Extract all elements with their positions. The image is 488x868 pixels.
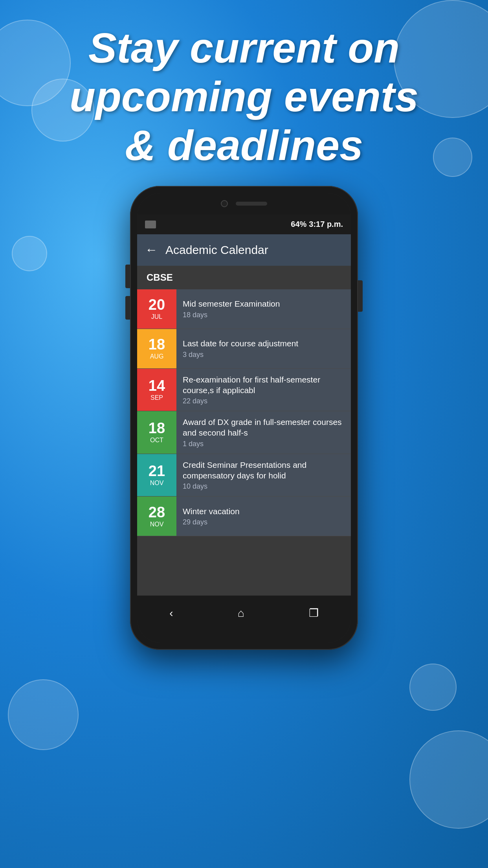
date-month: JUL	[151, 313, 162, 320]
phone-top-bar	[137, 193, 351, 215]
phone-device: 64% 3:17 p.m. ← Academic Calendar CBSE 2…	[130, 186, 358, 650]
back-button[interactable]: ←	[145, 243, 158, 257]
date-day: 18	[149, 421, 165, 436]
status-left-icons	[145, 221, 158, 228]
bubble-decoration	[409, 664, 457, 711]
item-title: Last date for course adjustment	[183, 338, 345, 349]
date-day: 20	[149, 297, 165, 312]
item-days: 1 days	[183, 440, 345, 448]
header-title: Stay current on upcoming events & deadli…	[70, 24, 418, 170]
phone-speaker	[236, 202, 267, 206]
section-label: CBSE	[147, 272, 173, 283]
section-header: CBSE	[137, 266, 351, 289]
date-badge: 20 JUL	[137, 289, 176, 329]
date-month: SEP	[150, 394, 163, 401]
date-badge: 28 NOV	[137, 497, 176, 536]
app-title: Academic Calendar	[165, 243, 268, 257]
calendar-list: 20 JUL Mid semester Examination 18 days …	[137, 289, 351, 596]
volume-up-button	[125, 265, 130, 288]
battery-percentage: 64%	[291, 220, 306, 229]
item-title: Award of DX grade in full-semester cours…	[183, 417, 345, 438]
date-day: 14	[149, 378, 165, 393]
status-right-area: 64% 3:17 p.m.	[291, 220, 343, 229]
phone-outer-frame: 64% 3:17 p.m. ← Academic Calendar CBSE 2…	[130, 186, 358, 650]
calendar-item[interactable]: 28 NOV Winter vacation 29 days	[137, 497, 351, 536]
item-days: 18 days	[183, 311, 345, 319]
phone-screen: 64% 3:17 p.m. ← Academic Calendar CBSE 2…	[137, 193, 351, 643]
item-content: Winter vacation 29 days	[176, 497, 351, 536]
date-badge: 14 SEP	[137, 369, 176, 411]
date-month: OCT	[150, 437, 163, 444]
item-content: Mid semester Examination 18 days	[176, 289, 351, 329]
status-bar: 64% 3:17 p.m.	[137, 215, 351, 234]
notification-icon	[145, 221, 156, 228]
item-title: Credit Seminar Presentations and compens…	[183, 460, 345, 481]
item-title: Winter vacation	[183, 506, 345, 517]
item-days: 29 days	[183, 518, 345, 526]
calendar-item[interactable]: 20 JUL Mid semester Examination 18 days	[137, 289, 351, 329]
calendar-item[interactable]: 21 NOV Credit Seminar Presentations and …	[137, 454, 351, 497]
bubble-decoration	[8, 679, 79, 750]
date-day: 21	[149, 463, 165, 478]
calendar-item[interactable]: 14 SEP Re-examination for first half-sem…	[137, 369, 351, 412]
date-day: 18	[149, 337, 165, 352]
item-content: Credit Seminar Presentations and compens…	[176, 454, 351, 497]
app-toolbar: ← Academic Calendar	[137, 234, 351, 266]
item-days: 3 days	[183, 351, 345, 359]
date-month: NOV	[150, 521, 164, 528]
nav-home-button[interactable]: ⌂	[238, 607, 244, 620]
item-days: 22 days	[183, 397, 345, 405]
date-month: NOV	[150, 480, 164, 487]
date-month: AUG	[150, 353, 164, 360]
bubble-decoration	[12, 236, 47, 271]
item-title: Mid semester Examination	[183, 298, 345, 309]
navigation-bar: ‹ ⌂ ❐	[137, 596, 351, 631]
nav-back-button[interactable]: ‹	[169, 607, 173, 620]
nav-recent-button[interactable]: ❐	[309, 607, 319, 620]
date-badge: 18 AUG	[137, 329, 176, 368]
volume-down-button	[125, 296, 130, 320]
content-area: CBSE 20 JUL Mid semester Examination 18 …	[137, 266, 351, 596]
status-time: 3:17 p.m.	[309, 220, 343, 229]
date-badge: 18 OCT	[137, 411, 176, 454]
item-content: Award of DX grade in full-semester cours…	[176, 411, 351, 454]
front-camera	[221, 200, 228, 207]
header-section: Stay current on upcoming events & deadli…	[38, 24, 450, 170]
power-button	[358, 280, 363, 312]
date-badge: 21 NOV	[137, 454, 176, 497]
calendar-item[interactable]: 18 AUG Last date for course adjustment 3…	[137, 329, 351, 369]
item-content: Last date for course adjustment 3 days	[176, 329, 351, 368]
date-day: 28	[149, 505, 165, 520]
item-content: Re-examination for first half-semester c…	[176, 369, 351, 411]
phone-bottom-bar	[137, 631, 351, 643]
item-title: Re-examination for first half-semester c…	[183, 374, 345, 396]
item-days: 10 days	[183, 482, 345, 491]
calendar-item[interactable]: 18 OCT Award of DX grade in full-semeste…	[137, 411, 351, 454]
